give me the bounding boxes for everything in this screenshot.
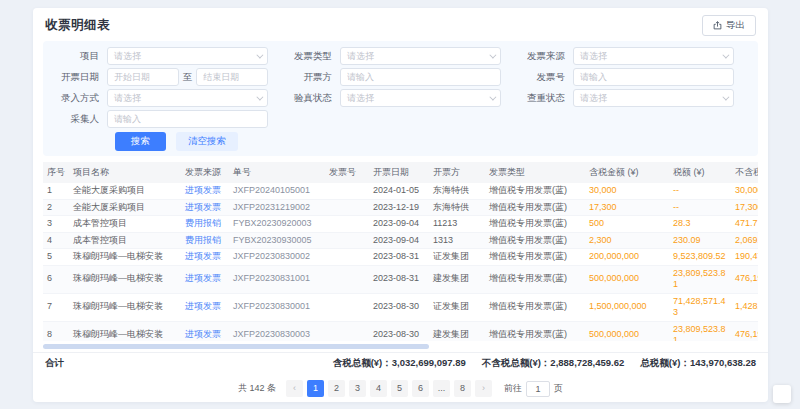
column-header-type: 发票类型 — [485, 162, 585, 183]
invoice-date-end-input[interactable] — [196, 68, 268, 86]
invoice-source-select[interactable]: 请选择 — [573, 47, 734, 65]
filter-field-dedup-status: 查重状态 请选择 — [517, 89, 750, 107]
export-button[interactable]: 导出 — [702, 15, 756, 36]
invoice-date-start-input[interactable] — [107, 68, 179, 86]
cell-source[interactable]: 进项发票 — [181, 293, 229, 321]
cell-net: 471.7 — [731, 216, 758, 233]
invoice-date-range: 至 — [107, 68, 268, 86]
field-label-invoice-number: 发票号 — [517, 71, 573, 84]
invoice-number-input[interactable] — [573, 68, 734, 86]
cell-date: 2023-08-30 — [369, 293, 429, 321]
page-button-4[interactable]: 4 — [370, 380, 387, 397]
floating-widget-button[interactable] — [773, 385, 791, 403]
cell-tax: -- — [669, 199, 731, 216]
invoice-type-select[interactable]: 请选择 — [340, 47, 501, 65]
invoice-table-wrap[interactable]: 序号项目名称发票来源单号发票号开票日期开票方发票类型含税金额 (¥)税额 (¥)… — [43, 162, 758, 341]
cell-order_no: JXFP20231219002 — [229, 199, 325, 216]
dedup-status-select[interactable]: 请选择 — [573, 89, 734, 107]
table-row: 6珠穆朗玛峰—电梯安装进项发票JXFP202308310012023-08-31… — [43, 265, 758, 293]
clear-search-button[interactable]: 清空搜索 — [176, 132, 238, 151]
cell-issuer: 建发集团 — [429, 265, 485, 293]
column-header-tax: 税额 (¥) — [669, 162, 731, 183]
cell-source[interactable]: 费用报销 — [181, 232, 229, 249]
cell-type: 增值税专用发票(蓝) — [485, 232, 585, 249]
page-button-5[interactable]: 5 — [391, 380, 408, 397]
cell-tax: 71,428,571.43 — [669, 293, 731, 321]
cell-project: 成本管控项目 — [69, 216, 181, 233]
column-header-project: 项目名称 — [69, 162, 181, 183]
cell-tax: 28.3 — [669, 216, 731, 233]
cell-source[interactable]: 进项发票 — [181, 199, 229, 216]
page-ellipsis-button[interactable]: ... — [433, 380, 450, 397]
cell-order_no: JXFP20230830002 — [229, 249, 325, 266]
select-placeholder: 请选择 — [114, 92, 141, 105]
page-button-8[interactable]: 8 — [454, 380, 471, 397]
cell-no: 3 — [43, 216, 69, 233]
cell-date: 2023-12-19 — [369, 199, 429, 216]
project-select[interactable]: 请选择 — [107, 47, 268, 65]
cell-issuer: 东海特供 — [429, 199, 485, 216]
export-icon — [713, 21, 722, 30]
chevron-down-icon — [256, 93, 263, 100]
filter-field-invoice-type: 发票类型 请选择 — [284, 47, 517, 65]
collector-input[interactable] — [107, 110, 268, 128]
cell-no: 6 — [43, 265, 69, 293]
issuer-input[interactable] — [340, 68, 501, 86]
total-with-tax: 含税总额(¥)：3,032,699,097.89 — [333, 357, 466, 370]
cell-invoice_no — [325, 249, 369, 266]
column-header-net: 不含税金额 (¥) — [731, 162, 758, 183]
cell-type: 增值税专用发票(蓝) — [485, 265, 585, 293]
cell-no: 1 — [43, 183, 69, 199]
cell-source[interactable]: 进项发票 — [181, 249, 229, 266]
table-body: 1全能大厦采购项目进项发票JXFP202401050012024-01-05东海… — [43, 183, 758, 341]
column-header-order_no: 单号 — [229, 162, 325, 183]
table-row: 7珠穆朗玛峰—电梯安装进项发票JXFP202308300012023-08-30… — [43, 293, 758, 321]
export-label: 导出 — [726, 19, 745, 32]
page-button-3[interactable]: 3 — [349, 380, 366, 397]
select-placeholder: 请选择 — [347, 50, 374, 63]
scrollbar-thumb[interactable] — [43, 344, 429, 349]
cell-type: 增值税专用发票(蓝) — [485, 199, 585, 216]
goto-page-input[interactable] — [526, 381, 550, 397]
cell-order_no: JXFP20230831001 — [229, 265, 325, 293]
table-row: 1全能大厦采购项目进项发票JXFP202401050012024-01-05东海… — [43, 183, 758, 199]
cell-issuer: 东海特供 — [429, 183, 485, 199]
cell-no: 7 — [43, 293, 69, 321]
cell-amount: 17,300 — [585, 199, 669, 216]
page-button-6[interactable]: 6 — [412, 380, 429, 397]
page-button-1[interactable]: 1 — [307, 380, 324, 397]
cell-project: 全能大厦采购项目 — [69, 199, 181, 216]
cell-project: 成本管控项目 — [69, 232, 181, 249]
page-buttons: 123456...8 — [307, 380, 471, 397]
cell-amount: 500,000,000 — [585, 265, 669, 293]
cell-source[interactable]: 费用报销 — [181, 216, 229, 233]
next-page-button[interactable]: › — [475, 380, 492, 397]
filter-row-4: 采集人 — [51, 110, 750, 128]
verify-status-select[interactable]: 请选择 — [340, 89, 501, 107]
cell-invoice_no — [325, 216, 369, 233]
cell-project: 珠穆朗玛峰—电梯安装 — [69, 249, 181, 266]
page-button-2[interactable]: 2 — [328, 380, 345, 397]
cell-net: 1,428,571,428.57 — [731, 293, 758, 321]
chevron-down-icon — [256, 51, 263, 58]
cell-source[interactable]: 进项发票 — [181, 265, 229, 293]
column-header-date: 开票日期 — [369, 162, 429, 183]
field-label-dedup-status: 查重状态 — [517, 92, 573, 105]
filter-spacer — [517, 110, 750, 128]
cell-source[interactable]: 进项发票 — [181, 183, 229, 199]
cell-amount: 200,000,000 — [585, 249, 669, 266]
cell-tax: -- — [669, 183, 731, 199]
search-button[interactable]: 搜索 — [115, 132, 166, 151]
filter-spacer — [284, 110, 517, 128]
column-header-issuer: 开票方 — [429, 162, 485, 183]
date-separator: 至 — [183, 71, 193, 84]
cell-date: 2023-08-31 — [369, 265, 429, 293]
filter-row-3: 录入方式 请选择 验真状态 请选择 查重状态 请选择 — [51, 89, 750, 107]
entry-method-select[interactable]: 请选择 — [107, 89, 268, 107]
prev-page-button[interactable]: ‹ — [286, 380, 303, 397]
cell-issuer: 证发集团 — [429, 293, 485, 321]
cell-tax: 9,523,809.52 — [669, 249, 731, 266]
card-header: 收票明细表 导出 — [33, 8, 768, 41]
cell-net: 190,476,190.48 — [731, 249, 758, 266]
cell-source[interactable]: 进项发票 — [181, 321, 229, 341]
